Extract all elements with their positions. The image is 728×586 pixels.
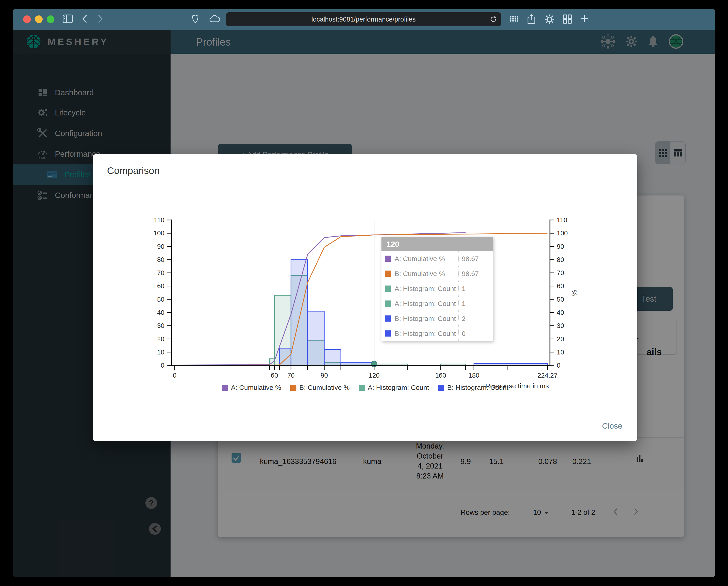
svg-text:80: 80 [157,256,164,263]
svg-text:60: 60 [557,282,564,290]
tooltip-row: B: Histogram: Count0 [382,326,493,341]
legend-item: A: Cumulative % [222,384,281,392]
legend-item: B: Histogram: Count [438,384,509,392]
svg-text:80: 80 [557,256,564,263]
tooltip-row: B: Cumulative %98.67 [382,266,493,281]
forward-icon[interactable] [97,14,104,25]
legend-item: A: Histogram: Count [359,384,429,392]
tooltip-row-label: B: Histogram: Count [395,315,456,322]
svg-text:50: 50 [557,296,564,303]
tooltip-row-value: 98.67 [458,266,493,281]
histogram-bar [324,349,341,365]
close-button[interactable]: Close [602,421,622,430]
svg-text:60: 60 [271,372,278,379]
tooltip-row-label: A: Cumulative % [395,255,445,263]
histogram-bar [308,311,324,365]
svg-text:60: 60 [157,282,164,290]
tooltip-swatch [385,300,391,307]
tab-overview-icon[interactable] [562,14,573,25]
tooltip-row-label: A: Histogram: Count [395,300,456,308]
legend-label: A: Cumulative % [231,384,281,392]
tooltip-row-value: 2 [458,311,493,326]
svg-text:90: 90 [157,243,164,250]
legend-item: B: Cumulative % [290,384,350,392]
svg-text:%: % [571,290,578,296]
minimize-window-button[interactable] [35,16,43,23]
url-bar[interactable]: localhost:9081/performance/profiles [226,12,501,26]
svg-text:50: 50 [157,296,164,303]
chart-legend: A: Cumulative %B: Cumulative %A: Histogr… [93,384,637,392]
svg-text:110: 110 [154,216,164,223]
svg-text:100: 100 [557,230,568,237]
svg-text:10: 10 [557,349,564,356]
tooltip-swatch [385,330,391,337]
svg-text:160: 160 [435,372,446,379]
chart-tooltip: 120 A: Cumulative %98.67B: Cumulative %9… [382,237,493,341]
svg-text:0: 0 [173,372,177,379]
tooltip-row: B: Histogram: Count2 [382,311,493,326]
tooltip-row-label: A: Histogram: Count [395,285,456,293]
privacy-shield-icon[interactable] [192,14,199,25]
tooltip-row: A: Cumulative %98.67 [382,251,493,266]
svg-text:100: 100 [154,230,164,237]
tooltip-row-label: B: Histogram: Count [395,330,456,338]
back-icon[interactable] [81,14,88,25]
browser-chrome: localhost:9081/performance/profiles [13,9,715,30]
tooltip-row-value: 1 [458,296,493,311]
svg-text:10: 10 [157,349,164,356]
legend-swatch [359,384,365,391]
svg-text:40: 40 [157,309,164,316]
tooltip-row: A: Histogram: Count1 [382,296,493,311]
svg-text:224.27: 224.27 [538,372,558,379]
close-window-button[interactable] [23,16,31,23]
tooltip-swatch [385,316,391,322]
svg-text:110: 110 [557,216,567,223]
svg-text:30: 30 [157,322,164,329]
svg-text:90: 90 [321,372,328,379]
refresh-icon[interactable] [489,16,497,25]
legend-swatch [438,384,444,391]
sidebar-toggle-icon[interactable] [62,14,74,25]
share-icon[interactable] [526,14,537,26]
svg-text:0: 0 [557,362,561,369]
grid-dots-icon[interactable] [509,14,520,25]
svg-text:70: 70 [557,269,564,276]
tooltip-row: A: Histogram: Count1 [382,281,493,296]
svg-text:0: 0 [161,362,164,369]
svg-text:70: 70 [287,372,294,379]
svg-text:180: 180 [468,372,479,379]
tooltip-row-label: B: Cumulative % [395,270,445,277]
cloud-icon[interactable] [209,14,221,25]
tooltip-title: 120 [382,237,493,251]
tooltip-row-value: 0 [458,326,493,341]
comparison-modal: Comparison 0607090120160180224.270010102… [93,154,637,441]
tooltip-row-value: 1 [458,281,493,296]
new-tab-icon[interactable] [579,14,589,25]
legend-label: B: Cumulative % [300,384,350,392]
legend-label: B: Histogram: Count [447,384,509,392]
legend-label: A: Histogram: Count [368,384,429,392]
tooltip-swatch [385,270,391,277]
svg-text:40: 40 [557,309,564,316]
tooltip-swatch [385,256,391,262]
url-text: localhost:9081/performance/profiles [311,16,415,23]
legend-swatch [222,384,228,391]
tooltip-row-value: 98.67 [458,251,493,266]
svg-text:70: 70 [157,269,164,276]
svg-text:20: 20 [157,336,164,343]
comparison-chart[interactable]: 0607090120160180224.27001010202030304040… [93,154,637,441]
legend-swatch [290,384,296,391]
zoom-window-button[interactable] [47,16,54,23]
browser-window: localhost:9081/performance/profiles [13,9,715,577]
tooltip-swatch [385,286,391,292]
svg-text:90: 90 [557,243,564,250]
svg-text:30: 30 [557,322,564,329]
histogram-bar [291,260,308,365]
svg-text:120: 120 [369,372,380,379]
settings-gear-icon[interactable] [544,14,555,26]
svg-text:20: 20 [557,336,564,343]
